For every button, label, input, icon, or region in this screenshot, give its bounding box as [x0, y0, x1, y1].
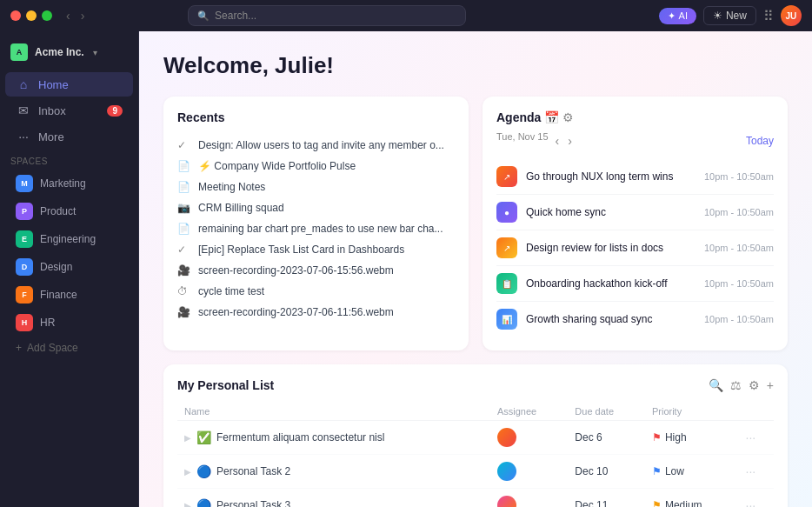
search-icon[interactable]: 🔍 [709, 378, 723, 392]
ai-button[interactable]: ✦ AI [659, 8, 696, 24]
plus-icon[interactable]: + [767, 378, 774, 392]
table-row[interactable]: ▶ ✅ Fermentum aliquam consectetur nisl D… [177, 421, 774, 455]
sidebar-item-more[interactable]: ··· More [5, 124, 133, 149]
due-date: Dec 6 [568, 421, 645, 455]
list-item[interactable]: 🎥 screen-recording-2023-07-06-15:56.webm [177, 260, 455, 281]
agenda-prev-button[interactable]: ‹ [554, 132, 562, 150]
agenda-item-icon: ● [496, 202, 517, 223]
check-complete-icon[interactable]: ✅ [196, 430, 211, 444]
list-actions: 🔍 ⚖ ⚙ + [709, 378, 774, 392]
agenda-item-time: 10pm - 10:50am [704, 278, 774, 289]
workspace-selector[interactable]: A Acme Inc. ▾ [0, 38, 138, 66]
video-icon: 🎥 [177, 264, 191, 277]
spaces-section-label: Spaces [0, 150, 138, 170]
recents-card: Recents ✓ Design: Allow users to tag and… [163, 97, 469, 350]
sidebar-item-hr[interactable]: H HR [5, 310, 133, 336]
sidebar: A Acme Inc. ▾ ⌂ Home ✉ Inbox 9 ··· More … [0, 31, 139, 507]
sidebar-item-finance[interactable]: F Finance [5, 282, 133, 308]
list-item[interactable]: ✓ Design: Allow users to tag and invite … [177, 135, 455, 156]
agenda-item-time: 10pm - 10:50am [704, 314, 774, 324]
sidebar-item-marketing[interactable]: M Marketing [5, 170, 133, 197]
agenda-item[interactable]: ● Quick home sync 10pm - 10:50am [496, 195, 774, 230]
agenda-item[interactable]: 📊 Growth sharing squad sync 10pm - 10:50… [496, 302, 774, 337]
agenda-item-name: Quick home sync [526, 206, 696, 218]
task-name: Personal Task 2 [216, 465, 290, 477]
row-menu-icon[interactable]: ··· [746, 464, 756, 478]
agenda-controls: 📅 ⚙ [544, 110, 574, 124]
agenda-item[interactable]: ↗ Design review for lists in docs 10pm -… [496, 230, 774, 266]
back-button[interactable]: ‹ [63, 7, 74, 24]
recent-item-text: ⚡ Company Wide Portfolio Pulse [198, 160, 356, 172]
grid-icon[interactable]: ⠿ [763, 8, 774, 24]
table-row[interactable]: ▶ 🔵 Personal Task 2 Dec 10 ⚑ Low [177, 455, 774, 489]
agenda-item[interactable]: 📋 Onboarding hackathon kick-off 10pm - 1… [496, 266, 774, 302]
sidebar-item-product[interactable]: P Product [5, 198, 133, 224]
recent-item-text: cycle time test [198, 285, 264, 297]
calendar-icon[interactable]: 📅 [544, 110, 559, 124]
agenda-item[interactable]: ↗ Go through NUX long term wins 10pm - 1… [496, 159, 774, 195]
user-avatar[interactable]: JU [781, 5, 802, 26]
doc-icon: 📄 [177, 160, 191, 172]
check-inprogress-icon[interactable]: 🔵 [196, 464, 211, 478]
row-menu-icon[interactable]: ··· [746, 498, 756, 507]
priority-label: Medium [665, 499, 702, 507]
sidebar-item-home[interactable]: ⌂ Home [5, 72, 133, 97]
sidebar-item-engineering[interactable]: E Engineering [5, 226, 133, 252]
search-icon: 🔍 [197, 10, 210, 22]
list-item[interactable]: 📄 ⚡ Company Wide Portfolio Pulse [177, 156, 455, 177]
hr-icon: H [16, 314, 33, 331]
traffic-lights [10, 10, 52, 21]
add-space-button[interactable]: + Add Space [5, 337, 133, 358]
space-label: Product [40, 205, 76, 217]
list-item[interactable]: ✓ [Epic] Replace Task List Card in Dashb… [177, 239, 455, 260]
new-button[interactable]: ☀ New [703, 6, 756, 25]
plus-icon: ☀ [713, 10, 722, 22]
today-button[interactable]: Today [746, 135, 774, 147]
recent-item-text: CRM Billing squad [198, 202, 284, 214]
more-icon: ··· [16, 130, 31, 143]
camera-icon: 📷 [177, 202, 191, 214]
plus-icon: + [16, 342, 22, 354]
filter-icon[interactable]: ⚖ [730, 378, 742, 392]
sidebar-item-inbox[interactable]: ✉ Inbox 9 [5, 98, 133, 123]
list-item[interactable]: 📄 remaining bar chart pre_mades to use n… [177, 218, 455, 239]
recents-title: Recents [177, 110, 455, 124]
check-inprogress-icon[interactable]: 🔵 [196, 498, 211, 507]
list-item[interactable]: 📄 Meeting Notes [177, 177, 455, 197]
recent-item-text: remaining bar chart pre_mades to use new… [198, 223, 443, 235]
settings-icon[interactable]: ⚙ [562, 110, 574, 124]
avatar [497, 428, 516, 447]
table-row[interactable]: ▶ 🔵 Personal Task 3 Dec 11 ⚑ Medium [177, 489, 774, 508]
main-layout: A Acme Inc. ▾ ⌂ Home ✉ Inbox 9 ··· More … [0, 31, 812, 507]
welcome-heading: Welcome, Julie! [163, 52, 788, 79]
due-date: Dec 10 [568, 455, 645, 489]
task-name: Personal Task 3 [216, 499, 290, 507]
col-assignee: Assignee [490, 403, 568, 421]
expand-icon[interactable]: ▶ [184, 467, 191, 477]
settings-icon[interactable]: ⚙ [749, 378, 760, 392]
chevron-down-icon: ▾ [93, 48, 97, 57]
search-bar[interactable]: 🔍 Search... [188, 5, 466, 26]
titlebar: ‹ › 🔍 Search... ✦ AI ☀ New ⠿ JU [0, 0, 812, 31]
expand-icon[interactable]: ▶ [184, 501, 191, 508]
list-item[interactable]: ⏱ cycle time test [177, 281, 455, 302]
sidebar-item-design[interactable]: D Design [5, 254, 133, 280]
timer-icon: ⏱ [177, 285, 191, 297]
home-icon: ⌂ [16, 77, 31, 91]
maximize-dot[interactable] [42, 10, 52, 21]
agenda-next-button[interactable]: › [566, 132, 574, 150]
tasks-table: Name Assignee Due date Priority ▶ ✅ [177, 403, 774, 507]
priority-label: High [665, 431, 687, 444]
priority-flag-icon: ⚑ [652, 431, 662, 444]
row-menu-icon[interactable]: ··· [746, 430, 756, 444]
close-dot[interactable] [10, 10, 21, 21]
expand-icon[interactable]: ▶ [184, 433, 191, 443]
space-label: Finance [40, 289, 77, 301]
list-item[interactable]: 🎥 screen-recording-2023-07-06-11:56.webm [177, 302, 455, 323]
agenda-item-time: 10pm - 10:50am [704, 243, 774, 253]
titlebar-right: ✦ AI ☀ New ⠿ JU [659, 5, 802, 26]
minimize-dot[interactable] [26, 10, 37, 21]
list-item[interactable]: 📷 CRM Billing squad [177, 197, 455, 218]
space-label: Design [40, 261, 72, 273]
forward-button[interactable]: › [77, 7, 89, 24]
